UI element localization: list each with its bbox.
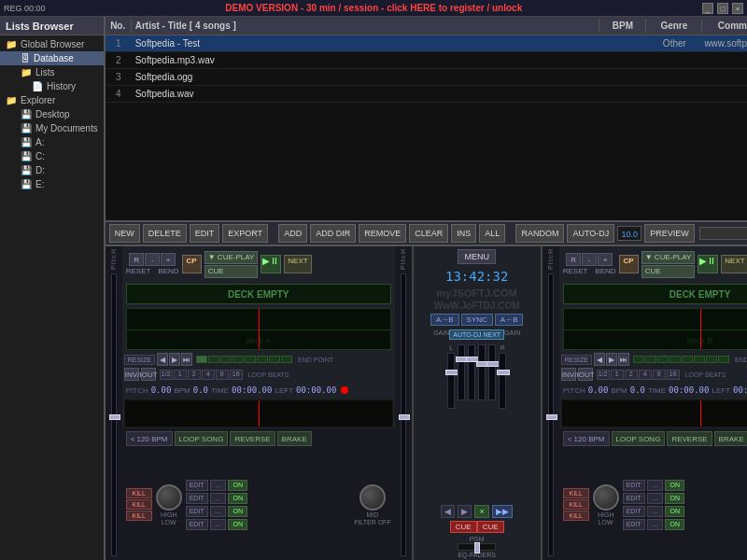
deck-right-reverse-btn[interactable]: REVERSE: [667, 431, 712, 446]
ins-button[interactable]: INS: [451, 224, 476, 243]
deck-left-minus-btn[interactable]: -: [145, 253, 160, 266]
export-button[interactable]: EXPORT: [222, 224, 268, 243]
deck-right-high-knob[interactable]: [593, 484, 619, 511]
deck-left-kill-low[interactable]: KILL: [126, 511, 152, 521]
cue-pt-r6[interactable]: [694, 356, 705, 363]
deck-left-cue-play-btn[interactable]: ▼ CUE-PLAY: [204, 251, 259, 264]
xfade-right-nav[interactable]: ▶: [458, 505, 472, 518]
deck-left-eq-edit-2[interactable]: EDIT: [186, 493, 208, 504]
deck-left-resize-btn[interactable]: RESIZE: [124, 355, 155, 365]
deck-left-eq-dots-4[interactable]: ...: [210, 519, 227, 530]
deck-right-eq-on-3[interactable]: ON: [665, 506, 684, 517]
deck-right-resize-btn[interactable]: RESIZE: [561, 355, 592, 365]
xfade-expand-btn[interactable]: ▶▶: [492, 505, 513, 518]
deck-right-eq-on-2[interactable]: ON: [665, 493, 684, 504]
fader-track-5[interactable]: [488, 344, 496, 400]
cue-pt-r4[interactable]: [669, 356, 681, 363]
random-button[interactable]: RANDOM: [515, 224, 564, 243]
fader-handle-1[interactable]: [445, 370, 458, 375]
deck-right-pitch-slider-left[interactable]: PItcH: [543, 246, 559, 560]
deck-right-nav-next[interactable]: ▶: [606, 353, 617, 366]
delete-button[interactable]: DELETE: [143, 224, 187, 243]
deck-right-cue-btn[interactable]: CUE: [641, 265, 696, 278]
fader-track-1[interactable]: [447, 353, 455, 409]
col-header-artist[interactable]: Artist - Title [ 4 songs ]: [132, 19, 600, 33]
tree-item-explorer[interactable]: 📁Explorer: [0, 93, 104, 107]
sync-btn[interactable]: SYNC: [461, 314, 493, 326]
fader-handle-5[interactable]: [486, 361, 500, 367]
deck-right-eq-on-1[interactable]: ON: [665, 480, 684, 491]
fader-track-3[interactable]: [468, 344, 475, 400]
deck-left-eq-dots-1[interactable]: ...: [210, 480, 227, 491]
deck-left-eq-edit-4[interactable]: EDIT: [186, 519, 208, 530]
deck-left-r-btn[interactable]: R: [129, 253, 144, 266]
deck-right-kill-mid[interactable]: KILL: [563, 499, 589, 510]
deck-left-eq-on-3[interactable]: ON: [228, 506, 247, 517]
deck-right-eq-dots-3[interactable]: ...: [647, 506, 664, 517]
deck-left-eq-dots-2[interactable]: ...: [210, 493, 227, 504]
new-button[interactable]: NEW: [109, 224, 140, 243]
deck-right-kill-high[interactable]: KILL: [563, 488, 589, 498]
maximize-button[interactable]: □: [717, 3, 728, 14]
center-menu-btn[interactable]: MENU: [458, 249, 496, 264]
deck-right-cp-btn[interactable]: CP: [619, 255, 639, 273]
song-table[interactable]: 1 Softpedia - Test Other www.softpedia..…: [106, 35, 747, 220]
deck-right-nav-prev[interactable]: ◀: [594, 353, 605, 366]
cue-pt-3[interactable]: [220, 356, 232, 363]
pitch-handle-left[interactable]: [109, 414, 120, 420]
cue-pt-1[interactable]: [196, 356, 207, 363]
tree-item-desktop[interactable]: 💾Desktop: [0, 107, 104, 121]
cue-pt-5[interactable]: [245, 356, 256, 363]
deck-right-bpm-less-btn[interactable]: < 120 BPM: [563, 431, 610, 446]
deck-right-brake-btn[interactable]: BRAKE: [714, 431, 747, 446]
cue-pt-r5[interactable]: [682, 356, 693, 363]
deck-left-eq-edit-1[interactable]: EDIT: [186, 480, 208, 491]
deck-left-next-btn[interactable]: NEXT: [284, 255, 311, 273]
deck-right-next-btn[interactable]: NEXT: [721, 255, 747, 273]
fader-track-6[interactable]: [499, 353, 506, 409]
deck-left-play-pause-btn[interactable]: ▶⏸: [261, 255, 281, 273]
cue-pt-2[interactable]: [208, 356, 219, 363]
deck-left-waveform[interactable]: deck A: [126, 308, 391, 350]
deck-right-8-beat[interactable]: 8: [653, 370, 666, 380]
a-from-b-btn[interactable]: A←B: [495, 314, 524, 326]
cue-pt-r2[interactable]: [645, 356, 656, 363]
deck-left-nav-prev[interactable]: ◀: [157, 353, 168, 366]
deck-left-bpm-less-btn[interactable]: < 120 BPM: [126, 431, 173, 446]
fader-track-4[interactable]: [478, 344, 486, 400]
center-cue-right-btn[interactable]: CUE: [477, 521, 504, 533]
table-row[interactable]: 4 Softpedia.wav: [106, 86, 747, 103]
table-row[interactable]: 2 Softpedia.mp3.wav: [106, 52, 747, 69]
xfade-close-btn[interactable]: ×: [474, 505, 489, 518]
auto-dj-next-btn[interactable]: AUTO-DJ NEXT: [449, 329, 504, 340]
deck-right-loop-song-btn[interactable]: LOOP SONG: [612, 431, 666, 446]
deck-right-4-beat[interactable]: 4: [639, 370, 652, 380]
deck-right-eq-on-4[interactable]: ON: [665, 519, 684, 530]
deck-left-eq-on-1[interactable]: ON: [228, 480, 247, 491]
deck-left-eq-on-2[interactable]: ON: [228, 493, 247, 504]
deck-right-play-pause-btn[interactable]: ▶⏸: [698, 255, 718, 273]
deck-right-2-beat[interactable]: 2: [625, 370, 638, 380]
crossfader-bar[interactable]: [458, 543, 495, 551]
deck-right-eq-edit-2[interactable]: EDIT: [623, 493, 645, 504]
tree-item-lists[interactable]: 📁Lists: [0, 65, 104, 79]
deck-left-pitch-slider-left[interactable]: PItcH: [106, 246, 122, 560]
cue-pt-6[interactable]: [257, 356, 268, 363]
deck-right-1-beat[interactable]: 1: [611, 370, 624, 380]
add-button[interactable]: ADD: [278, 224, 307, 243]
deck-right-out-btn[interactable]: OUT: [578, 368, 593, 381]
deck-right-kill-low[interactable]: KILL: [563, 511, 589, 521]
deck-left-eq-dots-3[interactable]: ...: [210, 506, 227, 517]
deck-left-reverse-btn[interactable]: REVERSE: [230, 431, 275, 446]
deck-left-nav-next[interactable]: ▶: [169, 353, 180, 366]
crossfader-handle[interactable]: [474, 542, 480, 553]
tree-item-e-[interactable]: 💾E:: [0, 177, 104, 191]
cue-pt-r1[interactable]: [633, 356, 644, 363]
pitch-handle-rl[interactable]: [546, 414, 557, 420]
fader-handle-6[interactable]: [497, 370, 510, 375]
tree-item-history[interactable]: 📄History: [0, 79, 104, 93]
deck-right-eq-dots-4[interactable]: ...: [647, 519, 664, 530]
tree-item-database[interactable]: 🗄Database: [0, 51, 104, 65]
deck-left-4-beat[interactable]: 4: [202, 370, 215, 380]
all-button[interactable]: ALL: [479, 224, 505, 243]
